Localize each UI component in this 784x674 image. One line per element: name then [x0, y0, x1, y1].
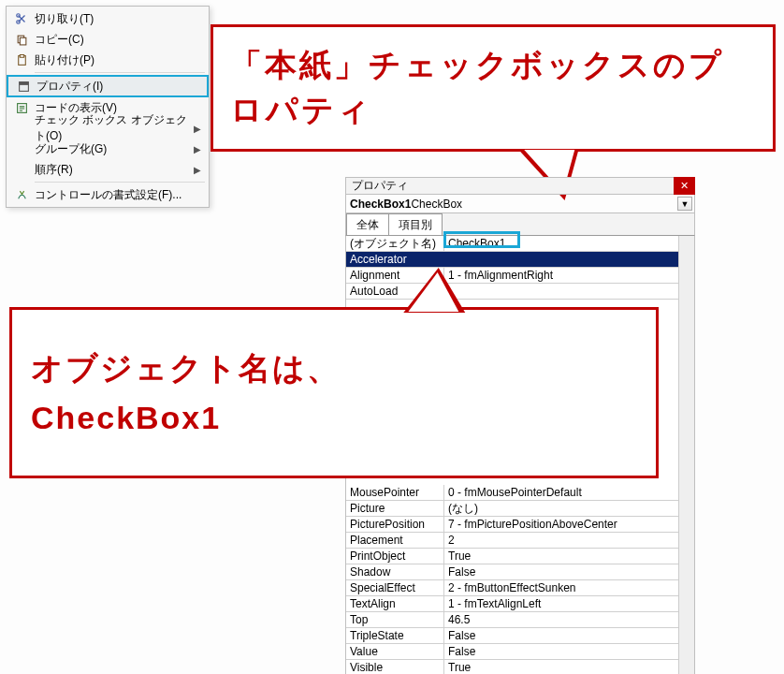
prop-value[interactable]: 0 - fmMousePointerDefault: [444, 485, 694, 500]
menu-label: 順序(R): [31, 162, 194, 178]
prop-value[interactable]: [444, 284, 694, 299]
prop-row-visible[interactable]: Visible True: [346, 660, 694, 674]
prop-value[interactable]: False: [444, 628, 694, 643]
menu-label: グループ化(G): [31, 141, 194, 157]
annotation-text: オブジェクト名は、 CheckBox1: [31, 344, 341, 442]
chevron-right-icon: ▶: [194, 124, 201, 134]
prop-value[interactable]: True: [444, 549, 694, 564]
prop-row-pictureposition[interactable]: PicturePosition 7 - fmPicturePositionAbo…: [346, 517, 694, 533]
tab-all[interactable]: 全体: [346, 213, 389, 235]
menu-separator: [35, 182, 205, 183]
prop-value[interactable]: True: [444, 660, 694, 674]
prop-row-textalign[interactable]: TextAlign 1 - fmTextAlignLeft: [346, 596, 694, 612]
prop-key: PrintObject: [346, 549, 444, 564]
prop-value[interactable]: (なし): [444, 501, 694, 516]
menu-label: プロパティ(I): [33, 79, 199, 95]
tab-by-category[interactable]: 項目別: [388, 213, 443, 235]
prop-key: TripleState: [346, 628, 444, 643]
close-button[interactable]: ✕: [674, 177, 695, 195]
prop-value[interactable]: 46.5: [444, 612, 694, 627]
menu-paste[interactable]: 貼り付け(P): [7, 50, 209, 70]
prop-value[interactable]: CheckBox1: [444, 236, 694, 251]
paste-icon: [12, 54, 31, 66]
menu-group[interactable]: グループ化(G) ▶: [7, 139, 209, 159]
prop-value[interactable]: 1 - fmAlignmentRight: [444, 268, 694, 283]
properties-tabs: 全体 項目別: [345, 213, 695, 235]
prop-key: SpecialEffect: [346, 580, 444, 595]
scissors-icon: [12, 12, 31, 25]
menu-copy[interactable]: コピー(C): [7, 29, 209, 50]
svg-rect-3: [20, 37, 25, 45]
prop-key: Value: [346, 644, 444, 659]
prop-row-printobject[interactable]: PrintObject True: [346, 549, 694, 564]
menu-label: 貼り付け(P): [31, 52, 201, 68]
code-icon: [12, 102, 31, 114]
prop-value[interactable]: 2: [444, 533, 694, 548]
svg-rect-5: [20, 54, 23, 57]
prop-row-object-name[interactable]: (オブジェクト名) CheckBox1: [346, 236, 694, 252]
menu-separator: [35, 72, 205, 73]
prop-value[interactable]: 7 - fmPicturePositionAboveCenter: [444, 517, 694, 532]
prop-key: PicturePosition: [346, 517, 444, 532]
chevron-down-icon: ▼: [681, 199, 690, 209]
annotation-callout-objectname: オブジェクト名は、 CheckBox1: [9, 307, 659, 478]
menu-label: 切り取り(T): [31, 11, 201, 27]
prop-row-specialeffect[interactable]: SpecialEffect 2 - fmButtonEffectSunken: [346, 580, 694, 596]
svg-rect-7: [19, 81, 28, 84]
properties-titlebar[interactable]: プロパティ ✕: [345, 177, 695, 195]
prop-row-accelerator[interactable]: Accelerator: [346, 252, 694, 268]
prop-key: (オブジェクト名): [346, 236, 444, 251]
prop-key: Top: [346, 612, 444, 627]
prop-row-alignment[interactable]: Alignment 1 - fmAlignmentRight: [346, 268, 694, 284]
annotation-callout-properties: 「本紙」チェックボックスのプロパティ: [211, 24, 776, 152]
object-name-bold: CheckBox1: [350, 198, 411, 211]
chevron-right-icon: ▶: [194, 144, 201, 154]
prop-row-value[interactable]: Value False: [346, 644, 694, 660]
annotation-text: 「本紙」チェックボックスのプロパティ: [230, 43, 756, 132]
prop-key: TextAlign: [346, 596, 444, 611]
prop-row-autoload[interactable]: AutoLoad: [346, 284, 694, 300]
window-title: プロパティ: [352, 178, 408, 194]
menu-cut[interactable]: 切り取り(T): [7, 8, 209, 29]
menu-order[interactable]: 順序(R) ▶: [7, 159, 209, 180]
dropdown-button[interactable]: ▼: [677, 197, 692, 211]
menu-properties[interactable]: プロパティ(I): [7, 75, 209, 97]
prop-key: Placement: [346, 533, 444, 548]
prop-row-mousepointer[interactable]: MousePointer 0 - fmMousePointerDefault: [346, 485, 694, 501]
prop-row-shadow[interactable]: Shadow False: [346, 564, 694, 580]
menu-label: コントロールの書式設定(F)...: [31, 187, 201, 203]
prop-row-top[interactable]: Top 46.5: [346, 612, 694, 628]
prop-key: Accelerator: [346, 252, 444, 267]
copy-icon: [12, 34, 31, 46]
object-type: CheckBox: [411, 198, 462, 211]
format-icon: [12, 189, 31, 201]
prop-key: Shadow: [346, 564, 444, 579]
prop-value[interactable]: False: [444, 644, 694, 659]
menu-checkbox-object[interactable]: チェック ボックス オブジェクト(O) ▶: [7, 118, 209, 139]
context-menu: 切り取り(T) コピー(C) 貼り付け(P) プロパティ(I) コードの表示(V…: [6, 6, 210, 208]
prop-row-triplestate[interactable]: TripleState False: [346, 628, 694, 644]
object-selector[interactable]: CheckBox1 CheckBox ▼: [345, 195, 695, 213]
prop-value[interactable]: 2 - fmButtonEffectSunken: [444, 580, 694, 595]
prop-value[interactable]: 1 - fmTextAlignLeft: [444, 596, 694, 611]
properties-icon: [14, 81, 33, 93]
prop-key: Picture: [346, 501, 444, 516]
scrollbar[interactable]: [678, 236, 694, 674]
prop-row-placement[interactable]: Placement 2: [346, 533, 694, 549]
prop-value[interactable]: False: [444, 564, 694, 579]
menu-format-control[interactable]: コントロールの書式設定(F)...: [7, 184, 209, 205]
prop-row-picture[interactable]: Picture (なし): [346, 501, 694, 517]
close-icon: ✕: [680, 180, 689, 192]
menu-label: コピー(C): [31, 32, 201, 48]
prop-value[interactable]: [444, 252, 694, 267]
prop-key: Visible: [346, 660, 444, 674]
chevron-right-icon: ▶: [194, 165, 201, 175]
prop-key: MousePointer: [346, 485, 444, 500]
